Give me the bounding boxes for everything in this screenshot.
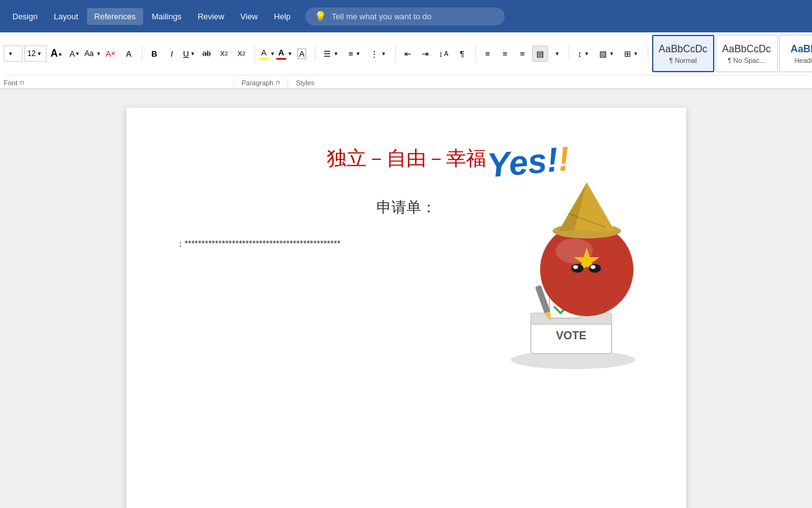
subscript-button[interactable]: X2 (216, 45, 232, 62)
justify-dropdown-arrow: ▼ (555, 51, 560, 57)
content-line: ：***************************************… (176, 238, 341, 248)
increase-indent-icon: ⇥ (422, 49, 429, 59)
highlight-dropdown-arrow: ▼ (270, 51, 275, 57)
ball-eye-right-white (590, 265, 595, 269)
indent-group: ⇤ ⇥ ↕ A ¶ (399, 45, 475, 62)
multilevel-button[interactable]: ⋮ ▼ (366, 45, 390, 62)
multilevel-icon: ⋮ (370, 49, 378, 59)
borders-button[interactable]: ⊞ ▼ (620, 45, 643, 62)
text-highlight-button[interactable]: A ▼ (259, 45, 275, 62)
para-mark-icon: ¶ (460, 49, 464, 59)
style-normal-label: ¶ Normal (670, 57, 697, 64)
page[interactable]: 独立－自由－幸福 申请单： ：*************************… (126, 108, 686, 508)
font-name-box[interactable]: ▼ (4, 45, 22, 62)
style-heading1-label: Heading 1 (795, 57, 812, 64)
font-color-button[interactable]: A ▼ (276, 45, 292, 62)
borders-dropdown-arrow: ▼ (633, 51, 638, 57)
superscript-button[interactable]: X2 (233, 45, 250, 62)
color-group: A ▼ A ▼ A (259, 45, 315, 62)
bullets-button[interactable]: ☰ ▼ (319, 45, 343, 62)
paragraph-group: ☰ ▼ ≡ ▼ ⋮ ▼ (319, 45, 396, 62)
highlight-btn-content: A (259, 48, 269, 60)
document-area: 独立－自由－幸福 申请单： ：*************************… (0, 89, 812, 508)
bold-button[interactable]: B (146, 45, 162, 62)
sort-label: A (444, 50, 449, 57)
char-border-button[interactable]: A (294, 45, 310, 62)
style-nospace-preview: AaBbCcDc (722, 43, 771, 55)
tell-me-input[interactable] (332, 12, 496, 21)
numbering-button[interactable]: ≡ ▼ (344, 45, 365, 62)
vote-text: VOTE (556, 329, 586, 342)
menu-layout[interactable]: Layout (46, 8, 85, 25)
underline-button[interactable]: U ▼ (181, 45, 197, 62)
ball-eye-right (589, 264, 601, 273)
font-group: ▼ 12 ▼ A▲ A▼ Aa▼ A✕ A (4, 45, 142, 62)
ribbon-row1: ▼ 12 ▼ A▲ A▼ Aa▼ A✕ A B I U ▼ ab (4, 35, 808, 75)
style-nospace[interactable]: AaBbCcDc ¶ No Spac... (716, 35, 778, 72)
ball-eye-left (571, 264, 584, 273)
text-effects-button[interactable]: A (121, 45, 137, 62)
font-section-label: Font (4, 79, 17, 87)
borders-icon: ⊞ (624, 49, 631, 59)
align-center-icon: ≡ (503, 49, 508, 59)
numbering-icon: ≡ (348, 49, 353, 59)
line-spacing-dropdown-arrow: ▼ (584, 51, 589, 57)
para-mark-button[interactable]: ¶ (454, 45, 470, 62)
menu-design[interactable]: Design (5, 8, 45, 25)
sort-button[interactable]: ↕ A (434, 45, 452, 62)
underline-label: U (183, 49, 189, 59)
menu-mailings[interactable]: Mailings (144, 8, 189, 25)
font-size-box[interactable]: 12 ▼ (24, 45, 47, 62)
sticker-svg: VOTE (481, 176, 668, 369)
align-right-button[interactable]: ≡ (515, 45, 531, 62)
increase-indent-button[interactable]: ⇥ (417, 45, 433, 62)
font-section-label-area: Font ⊓ (4, 79, 234, 87)
style-normal-preview: AaBbCcDc (659, 43, 707, 55)
paragraph-section-label: Paragraph (241, 79, 273, 87)
shading-dropdown-arrow: ▼ (609, 51, 614, 57)
align-center-button[interactable]: ≡ (497, 45, 513, 62)
decrease-indent-button[interactable]: ⇤ (399, 45, 416, 62)
align-left-button[interactable]: ≡ (480, 45, 496, 62)
spacing-group: ↕ ▼ ▨ ▼ ⊞ ▼ (573, 45, 648, 62)
font-color-btn-content: A (276, 48, 286, 60)
style-heading1-preview: AaBbCc (791, 43, 812, 55)
font-style-group: B I U ▼ ab X2 X2 (146, 45, 255, 62)
clear-formatting-button[interactable]: A✕ (103, 45, 119, 62)
styles-section-label-area: Styles (288, 79, 314, 87)
justify-dropdown-button[interactable]: ▼ (549, 45, 564, 62)
ribbon: ▼ 12 ▼ A▲ A▼ Aa▼ A✕ A B I U ▼ ab (0, 32, 812, 89)
change-case-button[interactable]: Aa▼ (85, 45, 101, 62)
decrease-indent-icon: ⇤ (404, 49, 411, 59)
ribbon-row2: Font ⊓ Paragraph ⊓ Styles (4, 75, 808, 88)
tell-me-box[interactable]: 💡 (306, 7, 505, 26)
menu-references[interactable]: References (87, 8, 143, 25)
sort-icon: ↕ (439, 49, 443, 59)
style-normal[interactable]: AaBbCcDc ¶ Normal (652, 35, 714, 72)
shading-icon: ▨ (599, 49, 607, 59)
menu-help[interactable]: Help (266, 8, 298, 25)
font-size-display: 12 (27, 49, 35, 58)
sticker-container: Yes!! VOTE (481, 145, 680, 357)
menu-view[interactable]: View (233, 8, 265, 25)
styles-section: AaBbCcDc ¶ Normal AaBbCcDc ¶ No Spac... … (652, 35, 812, 72)
font-expand-icon[interactable]: ⊓ (20, 80, 24, 86)
line-spacing-button[interactable]: ↕ ▼ (573, 45, 593, 62)
underline-dropdown-arrow: ▼ (190, 51, 195, 57)
italic-button[interactable]: I (164, 45, 180, 62)
bullets-icon: ☰ (324, 49, 331, 59)
shading-button[interactable]: ▨ ▼ (595, 45, 618, 62)
paragraph-expand-icon[interactable]: ⊓ (276, 80, 280, 86)
alignment-group: ≡ ≡ ≡ ▤ ▼ (480, 45, 570, 62)
style-heading1[interactable]: AaBbCc Heading 1 (779, 35, 812, 72)
font-name-dropdown-arrow: ▼ (8, 51, 13, 57)
strikethrough-button[interactable]: ab (198, 45, 215, 62)
char-border-content: A (297, 49, 307, 59)
font-grow-button[interactable]: A▲ (49, 45, 65, 62)
menu-review[interactable]: Review (190, 8, 232, 25)
justify-button[interactable]: ▤ (532, 45, 548, 62)
font-color-dropdown-arrow: ▼ (287, 51, 292, 57)
menu-bar: Design Layout References Mailings Review… (0, 0, 812, 32)
font-shrink-button[interactable]: A▼ (67, 45, 83, 62)
numbering-dropdown-arrow: ▼ (356, 51, 361, 57)
